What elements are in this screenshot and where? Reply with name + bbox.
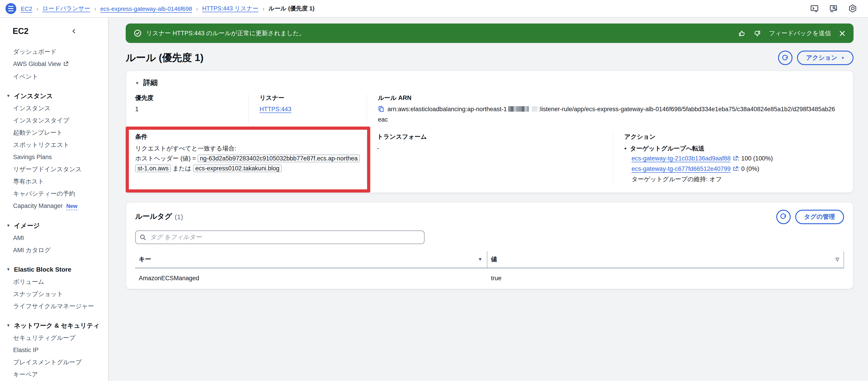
chevron-right-icon: › [94, 5, 96, 12]
listener-link[interactable]: HTTPS:443 [259, 106, 291, 113]
settings-hexagon-icon[interactable] [848, 4, 857, 13]
caret-down-icon: ▼ [841, 56, 844, 60]
refresh-icon [780, 214, 786, 220]
target-group-link[interactable]: ecs-gateway-tg-c677fd66512e40799 [631, 165, 731, 172]
sort-descending-icon[interactable]: ▼ [478, 257, 483, 262]
sidebar-item-spot-requests[interactable]: スポットリクエスト [0, 139, 108, 151]
sidebar-item-snapshots[interactable]: スナップショット [0, 288, 108, 300]
chevron-right-icon: › [36, 5, 38, 12]
sidebar-item-dedicated-hosts[interactable]: 専有ホスト [0, 176, 108, 188]
sidebar-item-instances[interactable]: インスタンス [0, 102, 108, 114]
sidebar-section-images[interactable]: ▼イメージ [0, 220, 108, 232]
stickiness-note: ターゲットグループの維持: オフ [631, 174, 837, 184]
sidebar-item-instance-types[interactable]: インスタンスタイプ [0, 114, 108, 127]
column-header-value[interactable]: 値 ▽ [487, 251, 844, 267]
refresh-icon [782, 55, 789, 61]
breadcrumb-link-ec2[interactable]: EC2 [21, 5, 32, 12]
sort-icon[interactable]: ▽ [836, 257, 839, 262]
send-feedback-link[interactable]: フィードバックを送信 [769, 29, 831, 37]
sidebar-item-capacity-manager[interactable]: Capacity ManagerNew [0, 200, 108, 213]
details-header: 詳細 [143, 78, 158, 88]
new-badge: New [66, 203, 77, 210]
rule-tags-card: ルールタグ (1) タグの管理 [126, 202, 854, 289]
refresh-tags-button[interactable] [776, 210, 790, 224]
target-group-link[interactable]: ecs-gateway-tg-21c03b136ad9aaf88 [631, 155, 731, 162]
actions-dropdown-button[interactable]: アクション ▼ [797, 51, 854, 65]
breadcrumb-link-alb[interactable]: ecs-express-gateway-alb-0146f698 [100, 5, 192, 12]
breadcrumb: EC2 › ロードバランサー › ecs-express-gateway-alb… [21, 4, 315, 13]
success-flashbar: リスナー HTTPS:443 のルールが正常に更新されました。 フィードバックを… [126, 24, 854, 43]
sidebar-item-launch-templates[interactable]: 起動テンプレート [0, 127, 108, 139]
forward-label: ターゲットグループへ転送 [630, 144, 704, 154]
sidebar-item-aws-global-view[interactable]: AWS Global View [0, 58, 108, 70]
redacted-account-id [532, 106, 537, 112]
tag-filter [135, 230, 425, 244]
details-expander[interactable]: ▼ 詳細 [135, 78, 844, 88]
sidebar-item-placement-groups[interactable]: プレイスメントグループ [0, 356, 108, 368]
target-group-row: ecs-gateway-tg-21c03b136ad9aaf88: 100 (1… [631, 154, 837, 164]
bullet-icon: • [624, 144, 626, 154]
external-link-icon [733, 164, 738, 174]
sidebar-item-volumes[interactable]: ボリューム [0, 276, 108, 288]
topbar-icons [810, 4, 857, 13]
breadcrumb-bar: EC2 › ロードバランサー › ecs-express-gateway-alb… [0, 0, 868, 18]
tags-count: (1) [175, 213, 183, 221]
sidebar: EC2 ダッシュボード AWS Global View イベント ▼インスタンス… [0, 18, 108, 381]
close-icon[interactable] [839, 30, 845, 36]
transform-label: トランスフォーム [377, 133, 606, 141]
manage-tags-button[interactable]: タグの管理 [795, 210, 844, 224]
sidebar-item-ami[interactable]: AMI [0, 232, 108, 244]
actions-cell: アクション •ターゲットグループへ転送 ecs-gateway-tg-21c03… [613, 133, 844, 184]
sidebar-item-ami-catalog[interactable]: AMI カタログ [0, 244, 108, 256]
sidebar-item-dashboard[interactable]: ダッシュボード [0, 46, 108, 58]
caret-down-icon: ▼ [6, 320, 10, 332]
breadcrumb-link-listener[interactable]: HTTPS:443 リスナー [202, 4, 258, 13]
sidebar-section-ebs[interactable]: ▼Elastic Block Store [0, 263, 108, 276]
tags-table-header: キー ▼ 値 ▽ [135, 251, 844, 268]
conditions-cell: 条件 リクエストがすべてと一致する場合: ホストヘッダー (値) = ng-63… [135, 133, 366, 184]
transform-value: - [377, 144, 606, 153]
sidebar-item-lifecycle-manager[interactable]: ライフサイクルマネージャー [0, 300, 108, 312]
external-link-icon [733, 154, 738, 164]
listener-label: リスナー [259, 94, 360, 102]
sidebar-item-key-pairs[interactable]: キーペア [0, 368, 108, 381]
rule-arn-value: arn:aws:elasticloadbalancing:ap-northeas… [378, 105, 837, 125]
sidebar-item-elastic-ip[interactable]: Elastic IP [0, 344, 108, 356]
caret-down-icon: ▼ [135, 81, 139, 85]
sidebar-item-events[interactable]: イベント [0, 70, 108, 83]
main-content: リスナー HTTPS:443 のルールが正常に更新されました。 フィードバックを… [108, 18, 868, 381]
thumbs-down-icon[interactable] [754, 30, 761, 37]
tag-key-cell: AmazonECSManaged [135, 268, 487, 289]
sidebar-section-instances[interactable]: ▼インスタンス [0, 90, 108, 102]
tag-filter-input[interactable] [135, 230, 425, 244]
sidebar-title: EC2 [13, 26, 29, 36]
search-icon [140, 234, 146, 241]
refresh-button[interactable] [778, 51, 793, 65]
details-card: ▼ 詳細 優先度 1 リスナー HTTPS:443 ルール ARN arn:aw… [126, 70, 854, 193]
caret-down-icon: ▼ [6, 90, 10, 102]
host-header-condition: ホストヘッダー (値) = ng-63d2a5b97283402c9105032… [135, 154, 359, 173]
tags-title: ルールタグ [135, 212, 172, 222]
collapse-sidebar-icon[interactable] [71, 28, 77, 34]
target-group-row: ecs-gateway-tg-c677fd66512e40799: 0 (0%) [631, 164, 837, 174]
tag-value-cell: true [487, 268, 844, 289]
thumbs-up-icon[interactable] [738, 30, 745, 37]
devtools-icon[interactable] [829, 4, 838, 13]
hamburger-menu-icon[interactable] [5, 3, 16, 14]
sidebar-section-network-security[interactable]: ▼ネットワーク & セキュリティ [0, 320, 108, 332]
conditions-intro: リクエストがすべてと一致する場合: [135, 144, 359, 154]
actions-label: アクション [624, 133, 837, 141]
priority-value: 1 [135, 105, 241, 114]
sidebar-item-security-groups[interactable]: セキュリティグループ [0, 332, 108, 344]
column-header-key[interactable]: キー ▼ [135, 251, 487, 267]
check-circle-icon [134, 29, 142, 37]
copy-icon[interactable] [378, 106, 384, 115]
sidebar-nav: ダッシュボード AWS Global View イベント ▼インスタンス インス… [0, 46, 108, 381]
cloudshell-icon[interactable] [810, 4, 819, 13]
caret-down-icon: ▼ [6, 263, 10, 276]
sidebar-item-reserved-instances[interactable]: リザーブドインスタンス [0, 163, 108, 176]
breadcrumb-link-load-balancers[interactable]: ロードバランサー [42, 4, 90, 13]
flash-message: リスナー HTTPS:443 のルールが正常に更新されました。 [146, 29, 305, 37]
sidebar-item-savings-plans[interactable]: Savings Plans [0, 151, 108, 163]
sidebar-item-capacity-reservations[interactable]: キャパシティーの予約 [0, 188, 108, 200]
